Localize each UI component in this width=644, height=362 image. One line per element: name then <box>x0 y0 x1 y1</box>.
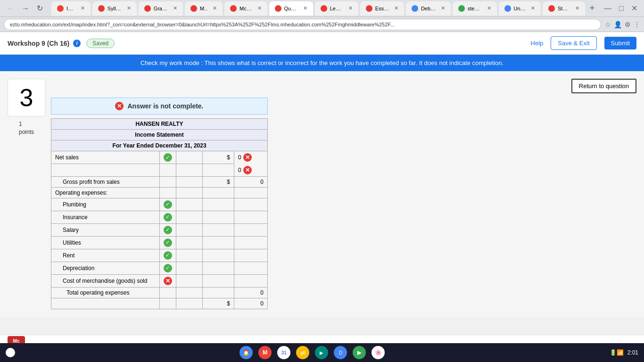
insurance-label: Insurance <box>51 211 160 223</box>
error-icon: ✕ <box>115 102 124 110</box>
table-row-net-sales: Net sales ✓ $ 0✕ <box>51 151 268 164</box>
submit-button[interactable]: Submit <box>604 37 636 49</box>
tab-deb[interactable]: Deb C... ✕ <box>406 1 451 16</box>
table-header-title: Income Statement <box>51 130 268 140</box>
tab-step[interactable]: step b... ✕ <box>453 1 497 16</box>
extension-icon[interactable]: ⚙ <box>625 21 631 28</box>
error-icon-blank: ✕ <box>243 166 252 174</box>
info-icon[interactable]: i <box>73 40 81 47</box>
taskbar-center: M 31 📁 ▶ D ▶ 🌸 <box>239 346 385 359</box>
check-icon-depreciation: ✓ <box>164 264 172 272</box>
taskbar-gmail[interactable]: M <box>258 346 272 359</box>
taskbar-meet[interactable]: ▶ <box>315 346 328 359</box>
bookmark-icon[interactable]: ☆ <box>605 21 611 28</box>
income-table-wrapper: HANSEN REALTY Income Statement For Year … <box>51 118 268 309</box>
check-icon-insurance: ✓ <box>164 213 172 222</box>
table-row-blank1: 0✕ <box>51 164 268 177</box>
return-to-question-button[interactable]: Return to question <box>571 79 636 93</box>
check-icon-salary: ✓ <box>164 226 172 234</box>
menu-icon[interactable]: ⋮ <box>634 21 640 28</box>
taskbar-play[interactable]: ▶ <box>353 346 366 359</box>
blank-row-value: 0✕ <box>234 164 267 176</box>
tab-inbox[interactable]: Inbox ✕ <box>51 1 91 16</box>
app-header: Workshop 9 (Ch 16) i Saved Help Save & E… <box>0 32 644 55</box>
main-content: 3 1 points Return to question ✕ Answer i… <box>0 71 644 317</box>
new-tab-button[interactable]: + <box>587 3 598 13</box>
table-row-utilities: Utilities ✓ <box>51 236 268 249</box>
period: For Year Ended December 31, 2023 <box>51 140 268 151</box>
taskbar-calendar[interactable]: 31 <box>277 346 290 359</box>
rent-label: Rent <box>51 249 160 262</box>
right-column: Return to question ✕ Answer is not compl… <box>51 79 636 309</box>
tab-mth[interactable]: MTH ✕ <box>185 1 223 16</box>
table-row-merchandise: Cost of merchandise (goods) sold ✕ <box>51 274 268 287</box>
check-icon-rent: ✓ <box>164 251 172 260</box>
table-header-company: HANSEN REALTY <box>51 119 268 130</box>
company-name: HANSEN REALTY <box>51 119 268 130</box>
table-row-rent: Rent ✓ <box>51 249 268 262</box>
maximize-button[interactable]: □ <box>616 4 627 13</box>
statement-title: Income Statement <box>51 130 268 140</box>
table-row-salary: Salary ✓ <box>51 223 268 236</box>
check-icon-utilities: ✓ <box>164 239 172 247</box>
points-value: 1 <box>19 120 34 128</box>
error-icon-merchandise: ✕ <box>164 277 172 285</box>
tab-untitled[interactable]: Untitl... ✕ <box>499 1 541 16</box>
taskbar-right: 🔋📶 2:01 <box>610 349 638 356</box>
url-input[interactable] <box>4 19 601 30</box>
table-row-gross-profit: Gross profit from sales $ 0 <box>51 176 268 187</box>
utilities-label: Utilities <box>51 236 160 249</box>
table-row-total-operating: Total operating expenses 0 <box>51 287 268 298</box>
plumbing-label: Plumbing <box>51 198 160 211</box>
saved-badge: Saved <box>86 39 115 48</box>
tab-learn[interactable]: Learn... ✕ <box>315 1 358 16</box>
browser-tabs: ← → ↻ Inbox ✕ Syllab... ✕ Grade... ✕ MTH… <box>0 0 644 17</box>
taskbar: M 31 📁 ▶ D ▶ 🌸 <box>0 343 644 362</box>
net-sales-label: Net sales <box>51 151 160 164</box>
info-banner: Check my work mode : This shows what is … <box>0 55 644 71</box>
merchandise-label: Cost of merchandise (goods) sold <box>51 274 160 287</box>
taskbar-time: 2:01 <box>627 349 638 356</box>
points-label: points <box>19 128 34 136</box>
gross-profit-label: Gross profit from sales <box>51 176 160 187</box>
table-row-operating-header: Operating expenses: <box>51 187 268 198</box>
tab-quest[interactable]: Quest... ✕ <box>269 1 313 16</box>
salary-label: Salary <box>51 223 160 236</box>
tab-grades[interactable]: Grade... ✕ <box>139 1 183 16</box>
question-number: 3 <box>8 79 45 116</box>
table-row-last: $ 0 <box>51 298 268 309</box>
reload-button[interactable]: ↻ <box>34 3 46 14</box>
income-statement-table: HANSEN REALTY Income Statement For Year … <box>51 118 268 309</box>
taskbar-left <box>6 348 15 357</box>
tab-syllabus[interactable]: Syllab... ✕ <box>92 1 137 16</box>
tab-mcgr[interactable]: McGr... ✕ <box>224 1 267 16</box>
table-row-insurance: Insurance ✓ <box>51 211 268 223</box>
close-window-button[interactable]: ✕ <box>628 4 640 13</box>
depreciation-label: Depreciation <box>51 262 160 274</box>
tab-step2[interactable]: Step ... ✕ <box>543 1 585 16</box>
taskbar-drive[interactable]: 📁 <box>296 346 309 359</box>
taskbar-chrome[interactable] <box>239 346 253 359</box>
taskbar-duo[interactable]: D <box>334 346 347 359</box>
net-sales-col2 <box>176 151 203 164</box>
table-row-depreciation: Depreciation ✓ <box>51 262 268 274</box>
table-header-period: For Year Ended December 31, 2023 <box>51 140 268 151</box>
profile-icon[interactable]: 👤 <box>614 21 622 28</box>
net-sales-value: 0✕ <box>234 151 267 164</box>
status-message: Answer is not complete. <box>127 102 203 110</box>
net-sales-dollar: $ <box>203 151 234 164</box>
tab-essay[interactable]: Essay... ✕ <box>360 1 404 16</box>
help-link[interactable]: Help <box>531 40 544 47</box>
taskbar-icons: 🔋📶 <box>610 349 624 356</box>
forward-button[interactable]: → <box>19 3 32 14</box>
total-operating-label: Total operating expenses <box>51 287 160 298</box>
address-bar: ☆ 👤 ⚙ ⋮ <box>0 17 644 32</box>
app-title: Workshop 9 (Ch 16) <box>8 40 69 47</box>
banner-text: Check my work mode : This shows what is … <box>140 59 504 66</box>
minimize-button[interactable]: — <box>601 4 614 13</box>
save-exit-button[interactable]: Save & Exit <box>551 36 596 50</box>
operating-expenses-label: Operating expenses: <box>51 187 160 198</box>
taskbar-photos[interactable]: 🌸 <box>372 346 385 359</box>
net-sales-status: ✓ <box>159 151 176 164</box>
back-button[interactable]: ← <box>4 3 17 14</box>
